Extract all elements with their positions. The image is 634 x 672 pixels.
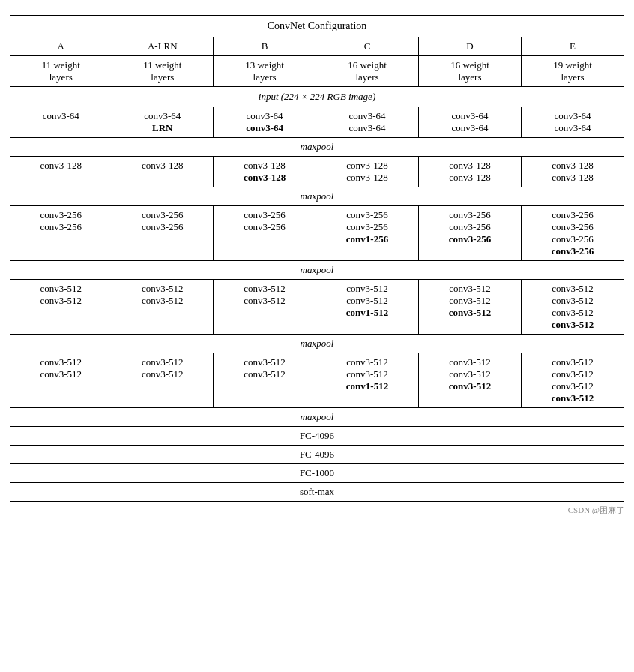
table-title: ConvNet Configuration	[10, 16, 624, 38]
cell-d-conv512a: conv3-512conv3-512conv3-512	[419, 280, 522, 334]
maxpool-3: maxpool	[10, 261, 624, 280]
conv512b-row: conv3-512conv3-512 conv3-512conv3-512 co…	[10, 353, 624, 408]
maxpool-2: maxpool	[10, 188, 624, 206]
maxpool-5: maxpool	[10, 408, 624, 427]
cell-c-conv512b: conv3-512conv3-512conv1-512	[316, 353, 419, 408]
cell-c-conv512a: conv3-512conv3-512conv1-512	[316, 280, 419, 334]
cell-d-conv128: conv3-128conv3-128	[419, 157, 522, 188]
col-e-label: E	[521, 38, 624, 56]
table-wrapper: ConvNet Configuration A A-LRN B C D E 11…	[10, 15, 624, 516]
conv512a-row: conv3-512conv3-512 conv3-512conv3-512 co…	[10, 280, 624, 334]
col-a-label: A	[10, 38, 112, 56]
weight-c: 16 weightlayers	[316, 56, 419, 87]
cell-alrn-conv64: conv3-64LRN	[112, 107, 214, 138]
cell-b-conv64: conv3-64conv3-64	[214, 107, 316, 138]
cell-alrn-conv128: conv3-128	[112, 157, 214, 188]
weight-alrn: 11 weightlayers	[112, 56, 214, 87]
maxpool-label-3: maxpool	[10, 261, 624, 280]
col-c-label: C	[316, 38, 419, 56]
cell-e-conv512b: conv3-512conv3-512conv3-512conv3-512	[521, 353, 624, 408]
maxpool-4: maxpool	[10, 334, 624, 353]
weight-d: 16 weightlayers	[419, 56, 522, 87]
fc-1000-label: FC-1000	[10, 464, 624, 483]
cell-c-conv128: conv3-128conv3-128	[316, 157, 419, 188]
conv64-row: conv3-64 conv3-64LRN conv3-64conv3-64 co…	[10, 107, 624, 138]
cell-e-conv512a: conv3-512conv3-512conv3-512conv3-512	[521, 280, 624, 334]
softmax-row: soft-max	[10, 483, 624, 502]
cell-a-conv512a: conv3-512conv3-512	[10, 280, 112, 334]
conv256-row: conv3-256conv3-256 conv3-256conv3-256 co…	[10, 206, 624, 261]
fc-4096-2-label: FC-4096	[10, 446, 624, 464]
cell-a-conv64: conv3-64	[10, 107, 112, 138]
cell-e-conv256: conv3-256conv3-256conv3-256conv3-256	[521, 206, 624, 261]
fc-1000-row: FC-1000	[10, 464, 624, 483]
cell-a-conv512b: conv3-512conv3-512	[10, 353, 112, 408]
weight-e: 19 weightlayers	[521, 56, 624, 87]
weight-a: 11 weightlayers	[10, 56, 112, 87]
maxpool-1: maxpool	[10, 138, 624, 157]
cell-d-conv512b: conv3-512conv3-512conv3-512	[419, 353, 522, 408]
maxpool-label-4: maxpool	[10, 334, 624, 353]
col-b-label: B	[214, 38, 316, 56]
col-alrn-label: A-LRN	[112, 38, 214, 56]
cell-d-conv64: conv3-64conv3-64	[419, 107, 522, 138]
cell-d-conv256: conv3-256conv3-256conv3-256	[419, 206, 522, 261]
input-row: input (224 × 224 RGB image)	[10, 87, 624, 107]
col-d-label: D	[419, 38, 522, 56]
fc-4096-1-row: FC-4096	[10, 427, 624, 446]
cell-alrn-conv512a: conv3-512conv3-512	[112, 280, 214, 334]
cell-e-conv64: conv3-64conv3-64	[521, 107, 624, 138]
cell-b-conv512a: conv3-512conv3-512	[214, 280, 316, 334]
cell-b-conv512b: conv3-512conv3-512	[214, 353, 316, 408]
input-label: input (224 × 224 RGB image)	[10, 87, 624, 107]
cell-b-conv256: conv3-256conv3-256	[214, 206, 316, 261]
watermark: CSDN @困麻了	[10, 505, 624, 516]
cell-a-conv256: conv3-256conv3-256	[10, 206, 112, 261]
convnet-table: ConvNet Configuration A A-LRN B C D E 11…	[10, 15, 624, 502]
weight-b: 13 weightlayers	[214, 56, 316, 87]
softmax-label: soft-max	[10, 483, 624, 502]
fc-4096-1-label: FC-4096	[10, 427, 624, 446]
cell-e-conv128: conv3-128conv3-128	[521, 157, 624, 188]
cell-a-conv128: conv3-128	[10, 157, 112, 188]
cell-c-conv256: conv3-256conv3-256conv1-256	[316, 206, 419, 261]
maxpool-label-2: maxpool	[10, 188, 624, 206]
conv128-row: conv3-128 conv3-128 conv3-128conv3-128 c…	[10, 157, 624, 188]
cell-alrn-conv256: conv3-256conv3-256	[112, 206, 214, 261]
maxpool-label-1: maxpool	[10, 138, 624, 157]
cell-c-conv64: conv3-64conv3-64	[316, 107, 419, 138]
cell-alrn-conv512b: conv3-512conv3-512	[112, 353, 214, 408]
maxpool-label-5: maxpool	[10, 408, 624, 427]
fc-4096-2-row: FC-4096	[10, 446, 624, 464]
cell-b-conv128: conv3-128conv3-128	[214, 157, 316, 188]
